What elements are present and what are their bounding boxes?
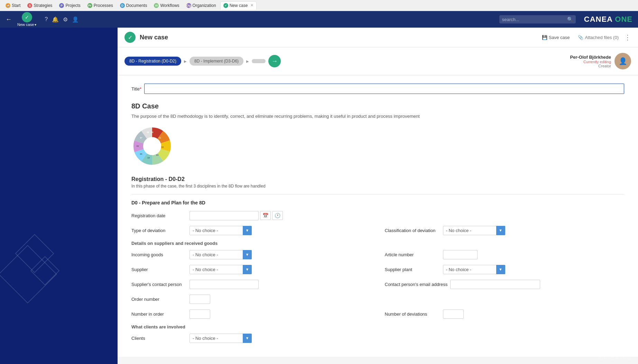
tab-organization[interactable]: Og Organization bbox=[184, 2, 219, 9]
main-layout: ✓ New case 💾 Save case 📎 Attached files … bbox=[0, 28, 638, 364]
supplier-select[interactable]: - No choice - bbox=[189, 265, 252, 274]
registration-date-row: Registration date 📅 🕐 bbox=[131, 211, 624, 220]
incoming-article-row: Incoming goods - No choice - ▼ Article n… bbox=[131, 250, 624, 259]
tab-home-label: Start bbox=[12, 3, 20, 8]
empty-col bbox=[385, 295, 625, 304]
calendar-button[interactable]: 📅 bbox=[260, 211, 271, 220]
save-icon: 💾 bbox=[542, 35, 547, 40]
strategies-dot: S bbox=[27, 3, 32, 8]
order-number-item: Order number bbox=[131, 295, 371, 304]
registration-date-input[interactable] bbox=[189, 211, 259, 220]
title-input[interactable] bbox=[144, 84, 624, 94]
nav-item-label: New case bbox=[17, 22, 34, 27]
incoming-goods-field: - No choice - ▼ bbox=[189, 250, 371, 259]
tab-strategies[interactable]: S Strategies bbox=[25, 2, 55, 9]
bell-icon[interactable]: 🔔 bbox=[52, 16, 59, 23]
workflow-step-3[interactable] bbox=[252, 59, 266, 63]
tab-projects[interactable]: P Projects bbox=[56, 2, 83, 9]
sub-section-desc: In this phase of the case, the first 3 d… bbox=[131, 184, 624, 189]
workflows-dot: W bbox=[154, 3, 159, 8]
gear-icon[interactable]: ⚙ bbox=[63, 16, 68, 23]
incoming-goods-label: Incoming goods bbox=[131, 252, 187, 257]
title-row: Title* bbox=[131, 84, 624, 94]
workflow-step-2[interactable]: 8D - Implement (D3-D6) bbox=[189, 57, 243, 66]
type-of-deviation-label: Type of deviation bbox=[131, 228, 187, 233]
number-in-order-input[interactable] bbox=[189, 309, 210, 319]
nav-bar: ← ✓ New case ▾ ? 🔔 ⚙ 👤 🔍 CANEA ONE bbox=[0, 11, 638, 28]
nav-dropdown-icon: ▾ bbox=[35, 23, 36, 27]
classification-label: Classification of deviation bbox=[385, 228, 440, 233]
workflow-step-1[interactable]: 8D - Registration (D0-D2) bbox=[124, 57, 181, 66]
header-actions: 💾 Save case 📎 Attached files (0) ⋮ bbox=[539, 33, 631, 41]
sidebar-decoration bbox=[0, 28, 118, 364]
clients-label: Clients bbox=[131, 336, 187, 341]
form-content: Title* 8D Case The purpose of the 8D met… bbox=[118, 75, 638, 357]
clock-button[interactable]: 🕐 bbox=[272, 211, 283, 220]
type-of-deviation-field: - No choice - ▼ bbox=[189, 226, 371, 235]
workflow-steps: 8D - Registration (D0-D2) ▶ 8D - Impleme… bbox=[124, 55, 281, 67]
step-arrow-1: ▶ bbox=[184, 59, 187, 63]
incoming-goods-select[interactable]: - No choice - bbox=[189, 250, 252, 259]
registration-date-label: Registration date bbox=[131, 211, 187, 218]
workflow-user: Per-Olof Björkhede Currently editing Cre… bbox=[570, 53, 631, 69]
contact-email-input[interactable] bbox=[450, 280, 540, 289]
supplier-plant-item: Supplier plant - No choice - ▼ bbox=[385, 265, 625, 274]
clients-subhead: What clients are involved bbox=[131, 324, 624, 329]
nav-back-button[interactable]: ← bbox=[6, 16, 12, 23]
incoming-goods-select-wrapper: - No choice - ▼ bbox=[189, 250, 252, 259]
section-title: 8D Case bbox=[131, 102, 624, 110]
svg-text:D0: D0 bbox=[151, 131, 154, 133]
incoming-goods-item: Incoming goods - No choice - ▼ bbox=[131, 250, 371, 259]
order-number-input[interactable] bbox=[189, 295, 210, 304]
tab-processes-label: Processes bbox=[94, 3, 113, 8]
tab-close-icon[interactable]: ✕ bbox=[250, 3, 253, 8]
documents-dot: D bbox=[120, 3, 125, 8]
newcase-dot: ✓ bbox=[223, 3, 228, 8]
user-icon[interactable]: 👤 bbox=[72, 16, 79, 23]
number-of-deviations-input[interactable] bbox=[443, 309, 464, 319]
title-required: * bbox=[140, 86, 141, 92]
clients-select[interactable]: - No choice - bbox=[189, 334, 252, 343]
tab-processes[interactable]: Pr Processes bbox=[85, 2, 116, 9]
supplier-plant-label: Supplier plant bbox=[385, 267, 440, 272]
tab-home[interactable]: 🏠 Start bbox=[3, 2, 23, 9]
user-editing-label: Currently editing bbox=[570, 60, 611, 64]
tab-strategies-label: Strategies bbox=[34, 3, 52, 8]
canea-one-text: ONE bbox=[615, 15, 632, 23]
article-number-input[interactable] bbox=[443, 250, 478, 259]
tab-newcase[interactable]: ✓ New case ✕ bbox=[220, 1, 257, 10]
attached-files-button[interactable]: 📎 Attached files (0) bbox=[578, 35, 619, 40]
search-input[interactable] bbox=[502, 17, 564, 22]
step-1-label: 8D - Registration (D0-D2) bbox=[129, 59, 176, 64]
supplier-plant-select[interactable]: - No choice - bbox=[443, 265, 505, 274]
number-in-order-item: Number in order bbox=[131, 309, 371, 319]
tab-projects-label: Projects bbox=[65, 3, 80, 8]
clients-empty-col bbox=[385, 334, 625, 343]
more-menu-button[interactable]: ⋮ bbox=[624, 33, 631, 41]
save-button[interactable]: 💾 Save case bbox=[539, 33, 573, 41]
tab-documents[interactable]: D Documents bbox=[117, 2, 150, 9]
case-icon: ✓ bbox=[124, 32, 136, 43]
type-of-deviation-item: Type of deviation - No choice - ▼ bbox=[131, 226, 371, 235]
workflow-forward-button[interactable]: → bbox=[268, 55, 281, 67]
tab-workflows[interactable]: W Workflows bbox=[151, 2, 182, 9]
number-of-deviations-label: Number of deviations bbox=[385, 312, 440, 317]
phase-title: D0 - Prepare and Plan for the 8D bbox=[131, 200, 624, 205]
user-info: Per-Olof Björkhede Currently editing Cre… bbox=[570, 55, 611, 68]
supplier-contact-item: Supplier's contact person bbox=[131, 280, 371, 289]
supplier-contact-input[interactable] bbox=[189, 280, 259, 289]
supplier-contact-label: Supplier's contact person bbox=[131, 282, 187, 287]
clients-row: Clients - No choice - ▼ bbox=[131, 334, 624, 343]
number-in-order-field bbox=[189, 309, 371, 319]
case-header: ✓ New case 💾 Save case 📎 Attached files … bbox=[118, 28, 638, 47]
contact-row: Supplier's contact person Contact person… bbox=[131, 280, 624, 289]
classification-select[interactable]: - No choice - bbox=[443, 226, 505, 235]
8d-chart: D0 D1 D2 D3 D4 D5 D6 D7 D8 bbox=[131, 125, 173, 167]
type-of-deviation-select[interactable]: - No choice - bbox=[189, 226, 252, 235]
help-icon[interactable]: ? bbox=[45, 16, 48, 23]
nav-current-item[interactable]: ✓ New case ▾ bbox=[17, 12, 36, 27]
case-title: New case bbox=[140, 34, 168, 41]
nav-item-icon: ✓ bbox=[22, 12, 32, 22]
clients-field: - No choice - ▼ bbox=[189, 334, 371, 343]
details-subhead: Details on suppliers and received goods bbox=[131, 241, 624, 246]
